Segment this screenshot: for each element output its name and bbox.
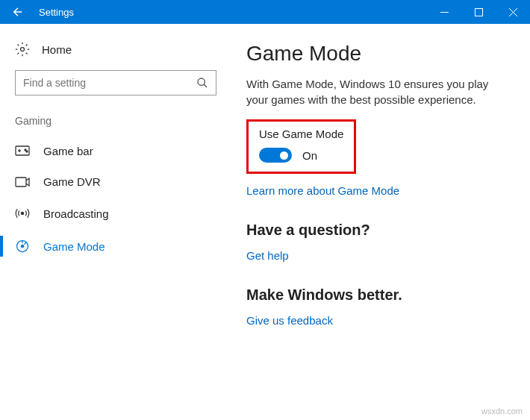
search-input[interactable] [15, 70, 216, 95]
learn-more-link[interactable]: Learn more about Game Mode [246, 184, 399, 197]
broadcasting-icon [15, 206, 30, 221]
page-title: Game Mode [246, 42, 509, 66]
toggle-state: On [302, 149, 317, 162]
svg-point-10 [25, 149, 26, 151]
game-mode-toggle[interactable] [259, 148, 292, 163]
game-mode-icon [15, 239, 30, 254]
close-icon [509, 8, 517, 16]
sidebar-item-label: Game DVR [43, 175, 101, 188]
sidebar-item-game-mode[interactable]: Game Mode [15, 230, 216, 263]
window-title: Settings [36, 7, 427, 18]
svg-point-15 [21, 245, 23, 247]
arrow-left-icon [11, 5, 25, 19]
minimize-button[interactable] [427, 0, 461, 24]
toggle-label: Use Game Mode [259, 128, 343, 140]
sidebar-item-broadcasting[interactable]: Broadcasting [15, 197, 216, 230]
game-dvr-icon [15, 176, 30, 188]
svg-point-5 [198, 78, 205, 85]
better-heading: Make Windows better. [246, 286, 509, 304]
svg-rect-1 [475, 8, 482, 16]
question-heading: Have a question? [246, 222, 509, 239]
sidebar-item-label: Game Mode [43, 240, 105, 253]
page-description: With Game Mode, Windows 10 ensures you p… [246, 76, 509, 107]
close-button[interactable] [496, 0, 530, 24]
svg-line-6 [204, 84, 207, 87]
toggle-knob [280, 151, 288, 160]
titlebar: Settings [0, 0, 530, 24]
svg-rect-12 [16, 178, 26, 187]
main-content: Game Mode With Game Mode, Windows 10 ens… [231, 24, 530, 420]
sidebar-item-label: Broadcasting [43, 207, 109, 220]
sidebar-item-label: Game bar [43, 145, 93, 157]
home-label: Home [42, 43, 72, 56]
svg-point-11 [26, 151, 28, 152]
game-bar-icon [15, 145, 30, 157]
sidebar-item-game-dvr[interactable]: Game DVR [15, 166, 216, 197]
svg-line-17 [25, 242, 27, 245]
search-field[interactable] [23, 77, 196, 89]
gear-icon [15, 42, 30, 57]
get-help-link[interactable]: Get help [246, 249, 289, 262]
home-nav[interactable]: Home [15, 37, 216, 70]
section-gaming: Gaming [15, 115, 216, 127]
maximize-button[interactable] [461, 0, 496, 24]
svg-point-4 [21, 48, 25, 51]
sidebar: Home Gaming Game bar Game DVR Broadcasti… [0, 24, 231, 420]
search-icon [196, 77, 208, 89]
highlight-box: Use Game Mode On [246, 119, 356, 174]
feedback-link[interactable]: Give us feedback [246, 314, 333, 327]
minimize-icon [440, 8, 449, 16]
back-button[interactable] [0, 0, 36, 24]
sidebar-item-game-bar[interactable]: Game bar [15, 136, 216, 166]
svg-point-13 [21, 212, 23, 214]
maximize-icon [475, 8, 483, 16]
watermark: wsxdn.com [481, 407, 523, 416]
window-controls [427, 0, 530, 24]
